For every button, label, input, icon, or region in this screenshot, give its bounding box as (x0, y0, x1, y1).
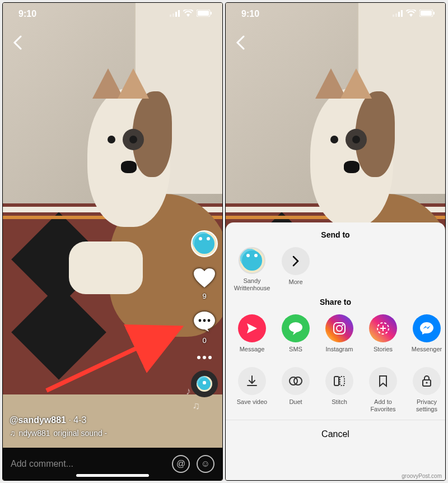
instagram-icon (325, 314, 353, 342)
battery-icon (419, 9, 435, 19)
svg-rect-13 (395, 13, 397, 17)
svg-point-21 (337, 326, 342, 331)
svg-rect-12 (393, 15, 394, 17)
heart-icon (194, 280, 215, 289)
wifi-icon (406, 9, 416, 19)
action-stitch[interactable]: Stitch (322, 367, 357, 413)
action-duet[interactable]: Duet (278, 367, 313, 413)
stories-icon (369, 314, 397, 342)
like-button[interactable]: 9 (194, 268, 215, 300)
share-to-title: Share to (226, 298, 445, 306)
svg-point-29 (426, 382, 427, 383)
svg-point-22 (342, 324, 343, 326)
svg-rect-15 (401, 10, 403, 17)
wifi-icon (183, 9, 193, 19)
bookmark-icon (369, 367, 397, 395)
back-button[interactable] (231, 31, 249, 57)
messenger-icon (413, 314, 441, 342)
share-sheet: Send to Sandy Writtenhouse More Share to… (226, 222, 445, 480)
cancel-button[interactable]: Cancel (226, 420, 445, 448)
send-to-title: Send to (226, 230, 445, 239)
status-bar: 9:10 (226, 3, 445, 25)
back-button[interactable] (8, 31, 26, 57)
comment-icon (194, 324, 215, 333)
svg-rect-3 (178, 10, 180, 17)
svg-rect-0 (170, 15, 171, 17)
download-icon (238, 367, 266, 395)
message-icon (238, 314, 266, 342)
post-date: 4-3 (73, 415, 86, 425)
video-info: @sandyw881 · 4-3 ♫ ndyw881 original soun… (10, 415, 107, 438)
action-privacy[interactable]: Privacy settings (409, 367, 444, 413)
home-indicator[interactable] (76, 474, 149, 477)
video-background (3, 3, 222, 480)
lock-icon (413, 367, 441, 395)
svg-point-10 (208, 319, 211, 322)
music-note-icon: ♫ (10, 429, 16, 438)
battery-icon (197, 9, 212, 19)
uploader-avatar[interactable] (191, 230, 218, 257)
phone-right-share-sheet: 9:10 Send to Sandy Writtenhouse (225, 2, 446, 481)
svg-rect-14 (398, 12, 400, 17)
sms-icon (282, 314, 310, 342)
svg-rect-18 (433, 12, 435, 15)
share-stories[interactable]: Stories (366, 314, 400, 360)
signal-icon (170, 9, 180, 19)
username[interactable]: @sandyw881 (10, 415, 66, 425)
share-sms[interactable]: SMS (278, 314, 313, 360)
status-bar: 9:10 (3, 3, 222, 25)
svg-point-9 (203, 319, 206, 322)
svg-rect-6 (211, 12, 212, 15)
contact-name: Sandy Writtenhouse (234, 277, 270, 292)
stitch-icon (325, 367, 353, 395)
sound-row[interactable]: ♫ ndyw881 original sound - (10, 429, 107, 438)
status-time: 9:10 (241, 9, 259, 19)
emoji-button[interactable]: ☺ (197, 455, 214, 473)
svg-rect-27 (340, 377, 344, 386)
chevron-right-icon (282, 247, 310, 275)
duet-icon (282, 367, 310, 395)
send-to-more[interactable]: More (278, 247, 313, 293)
comment-input[interactable]: Add comment... (11, 459, 165, 469)
svg-rect-1 (172, 13, 174, 17)
comment-count: 0 (194, 336, 215, 345)
phone-left-video-view: 9:10 9 0 (2, 2, 223, 481)
svg-rect-5 (198, 11, 209, 16)
watermark: groovyPost.com (402, 473, 442, 479)
more-button[interactable] (197, 356, 212, 359)
sound-disc[interactable] (191, 370, 218, 397)
action-add-favorites[interactable]: Add to Favorites (366, 367, 400, 413)
contact-avatar (239, 247, 265, 274)
action-save-video[interactable]: Save video (235, 367, 269, 413)
share-instagram[interactable]: Instagram (322, 314, 357, 360)
svg-rect-2 (175, 12, 177, 17)
svg-point-19 (289, 322, 302, 332)
share-message[interactable]: Message (235, 314, 269, 360)
comment-button[interactable]: 0 (194, 312, 215, 345)
svg-point-8 (199, 319, 202, 322)
svg-rect-26 (334, 377, 339, 386)
share-messenger[interactable]: Messenger (409, 314, 444, 360)
contact-sandy[interactable]: Sandy Writtenhouse (235, 247, 269, 293)
status-time: 9:10 (18, 9, 36, 19)
send-to-row: Sandy Writtenhouse More (226, 245, 445, 298)
share-to-row: Message SMS Instagram Stories Me (226, 312, 445, 365)
svg-rect-17 (421, 11, 432, 16)
action-rail: 9 0 (191, 230, 218, 397)
mention-button[interactable]: @ (172, 455, 190, 473)
music-notes-icon: ♪♫ (186, 386, 191, 397)
like-count: 9 (194, 292, 215, 300)
actions-row: Save video Duet Stitch Add to Favorites (226, 365, 445, 417)
signal-icon (393, 9, 403, 19)
